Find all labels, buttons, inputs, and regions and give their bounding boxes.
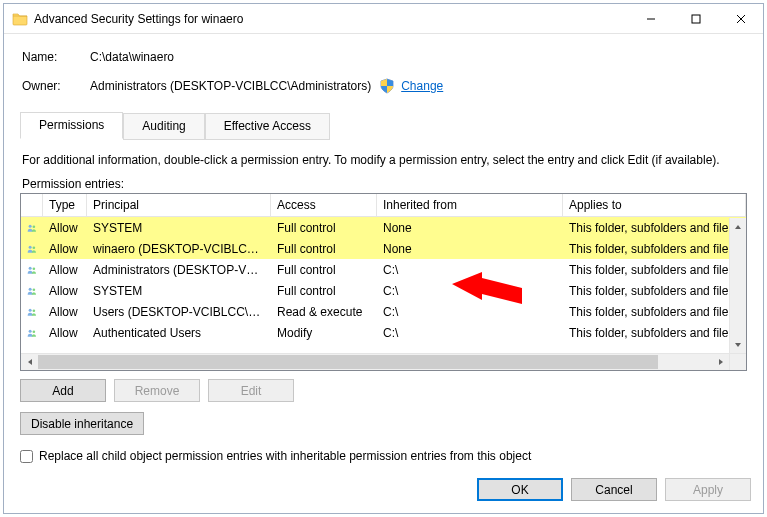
svg-point-6 — [33, 267, 36, 270]
cell-type: Allow — [43, 242, 87, 256]
svg-point-5 — [29, 266, 32, 269]
table-row[interactable]: AllowSYSTEMFull controlC:\This folder, s… — [21, 280, 746, 301]
principal-icon — [21, 284, 43, 298]
table-row[interactable]: AllowAuthenticated UsersModifyC:\This fo… — [21, 322, 746, 343]
scroll-corner — [729, 353, 746, 370]
cell-principal: winaero (DESKTOP-VCIBLCC\... — [87, 242, 271, 256]
cell-inherited: C:\ — [377, 305, 563, 319]
entries-label: Permission entries: — [22, 177, 745, 191]
cell-inherited: C:\ — [377, 263, 563, 277]
scroll-right-icon[interactable] — [712, 354, 729, 370]
client-area: Name: C:\data\winaero Owner: Administrat… — [4, 34, 763, 513]
cell-principal: Authenticated Users — [87, 326, 271, 340]
window: Advanced Security Settings for winaero N… — [3, 3, 764, 514]
cell-applies: This folder, subfolders and file — [563, 326, 746, 340]
permission-listview[interactable]: Type Principal Access Inherited from App… — [20, 193, 747, 371]
svg-rect-0 — [692, 15, 700, 23]
tabs: Permissions Auditing Effective Access — [20, 112, 747, 139]
cell-access: Full control — [271, 284, 377, 298]
scroll-left-icon[interactable] — [21, 354, 38, 370]
tab-permissions[interactable]: Permissions — [20, 112, 123, 139]
tab-auditing[interactable]: Auditing — [123, 113, 204, 140]
close-button[interactable] — [718, 4, 763, 34]
change-owner-link[interactable]: Change — [401, 79, 443, 93]
tab-effective-access[interactable]: Effective Access — [205, 113, 330, 140]
info-text: For additional information, double-click… — [22, 153, 745, 167]
table-row[interactable]: AllowSYSTEMFull controlNoneThis folder, … — [21, 217, 746, 238]
cell-principal: SYSTEM — [87, 284, 271, 298]
svg-point-4 — [33, 246, 36, 249]
col-type[interactable]: Type — [43, 194, 87, 216]
scroll-thumb[interactable] — [38, 355, 658, 369]
folder-icon — [12, 11, 28, 27]
col-icon[interactable] — [21, 194, 43, 216]
cell-access: Full control — [271, 221, 377, 235]
owner-value: Administrators (DESKTOP-VCIBLCC\Administ… — [90, 79, 371, 93]
table-row[interactable]: AllowAdministrators (DESKTOP-VCI...Full … — [21, 259, 746, 280]
disable-inheritance-button[interactable]: Disable inheritance — [20, 412, 144, 435]
cell-applies: This folder, subfolders and file — [563, 242, 746, 256]
svg-point-2 — [33, 225, 36, 228]
name-row: Name: C:\data\winaero — [22, 50, 751, 64]
cell-applies: This folder, subfolders and file — [563, 284, 746, 298]
maximize-button[interactable] — [673, 4, 718, 34]
table-row[interactable]: Allowwinaero (DESKTOP-VCIBLCC\...Full co… — [21, 238, 746, 259]
cancel-button[interactable]: Cancel — [571, 478, 657, 501]
remove-button: Remove — [114, 379, 200, 402]
principal-icon — [21, 305, 43, 319]
listview-body: AllowSYSTEMFull controlNoneThis folder, … — [21, 217, 746, 370]
principal-icon — [21, 242, 43, 256]
add-button[interactable]: Add — [20, 379, 106, 402]
col-inherited[interactable]: Inherited from — [377, 194, 563, 216]
col-access[interactable]: Access — [271, 194, 377, 216]
principal-icon — [21, 263, 43, 277]
scroll-up-icon[interactable] — [730, 218, 746, 235]
name-value: C:\data\winaero — [90, 50, 174, 64]
svg-point-7 — [29, 287, 32, 290]
cell-principal: Administrators (DESKTOP-VCI... — [87, 263, 271, 277]
cell-access: Full control — [271, 242, 377, 256]
cell-applies: This folder, subfolders and file — [563, 221, 746, 235]
cell-inherited: None — [377, 221, 563, 235]
minimize-button[interactable] — [628, 4, 673, 34]
cell-applies: This folder, subfolders and file — [563, 305, 746, 319]
col-principal[interactable]: Principal — [87, 194, 271, 216]
window-title: Advanced Security Settings for winaero — [34, 12, 243, 26]
cell-type: Allow — [43, 305, 87, 319]
cell-access: Modify — [271, 326, 377, 340]
owner-label: Owner: — [22, 79, 90, 93]
horizontal-scrollbar[interactable] — [21, 353, 729, 370]
svg-point-12 — [33, 330, 36, 333]
vertical-scrollbar[interactable] — [729, 218, 746, 353]
replace-children-checkbox[interactable] — [20, 450, 33, 463]
cell-applies: This folder, subfolders and file — [563, 263, 746, 277]
owner-row: Owner: Administrators (DESKTOP-VCIBLCC\A… — [22, 78, 751, 94]
svg-point-8 — [33, 288, 36, 291]
cell-inherited: C:\ — [377, 326, 563, 340]
col-applies[interactable]: Applies to — [563, 194, 746, 216]
svg-point-11 — [29, 329, 32, 332]
inheritance-row: Disable inheritance — [20, 412, 747, 435]
cell-type: Allow — [43, 284, 87, 298]
entry-buttons: Add Remove Edit — [20, 379, 747, 402]
table-row[interactable]: AllowUsers (DESKTOP-VCIBLCC\Us...Read & … — [21, 301, 746, 322]
replace-children-row[interactable]: Replace all child object permission entr… — [20, 449, 747, 463]
cell-inherited: None — [377, 242, 563, 256]
cell-type: Allow — [43, 326, 87, 340]
edit-button: Edit — [208, 379, 294, 402]
cell-access: Full control — [271, 263, 377, 277]
svg-point-1 — [29, 224, 32, 227]
ok-button[interactable]: OK — [477, 478, 563, 501]
scroll-down-icon[interactable] — [730, 336, 746, 353]
svg-point-3 — [29, 245, 32, 248]
svg-point-10 — [33, 309, 36, 312]
cell-type: Allow — [43, 263, 87, 277]
svg-point-9 — [29, 308, 32, 311]
listview-header[interactable]: Type Principal Access Inherited from App… — [21, 194, 746, 217]
apply-button: Apply — [665, 478, 751, 501]
replace-children-label: Replace all child object permission entr… — [39, 449, 531, 463]
cell-principal: SYSTEM — [87, 221, 271, 235]
cell-access: Read & execute — [271, 305, 377, 319]
titlebar: Advanced Security Settings for winaero — [4, 4, 763, 34]
principal-icon — [21, 326, 43, 340]
